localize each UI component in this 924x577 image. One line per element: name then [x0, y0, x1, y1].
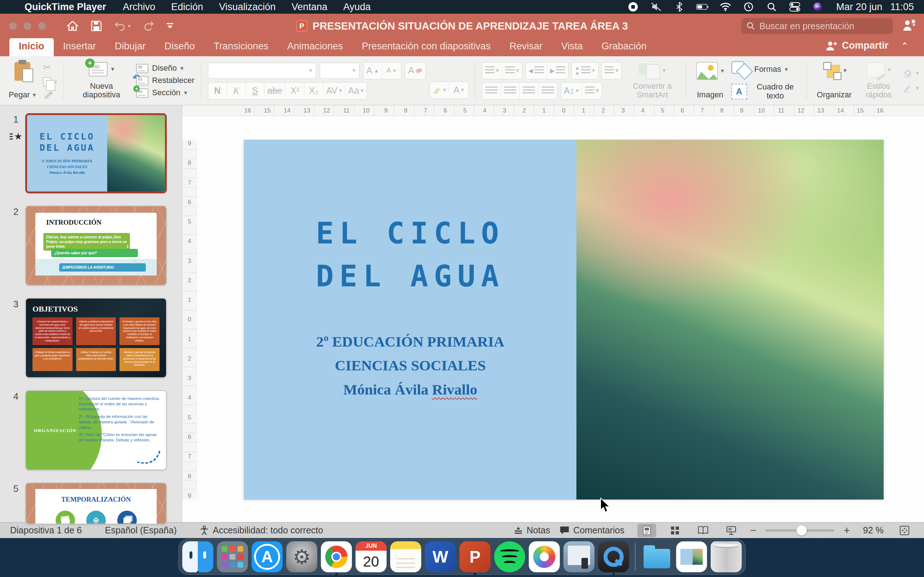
paste-button[interactable]: Pegar ▾ [5, 61, 39, 101]
slide-thumbnail-1[interactable]: EL CICLODEL AGUA 2º EDUCACIÓN PRIMARIA C… [25, 113, 167, 193]
share-contact-icon[interactable] [902, 19, 915, 33]
share-button[interactable]: Compartir ⌃ [825, 40, 908, 56]
zoom-slider-knob[interactable] [796, 525, 807, 535]
dock-powerpoint-icon[interactable]: P [459, 541, 491, 572]
search-box[interactable] [741, 18, 893, 34]
menubar-time[interactable]: 11:05 [890, 2, 914, 13]
zoom-slider[interactable] [766, 529, 834, 532]
screen-recording-stop-icon[interactable] [627, 2, 639, 12]
accessibility-status[interactable]: Accesibilidad: todo correcto [200, 525, 323, 535]
time-machine-icon[interactable] [743, 2, 755, 12]
menu-edicion[interactable]: Edición [171, 2, 203, 13]
tab-inicio[interactable]: Inicio [10, 37, 54, 56]
vertical-ruler[interactable]: 9876543210123456789 [182, 140, 197, 500]
text-highlight-button[interactable]: ▾ [430, 82, 449, 98]
align-text-button[interactable]: ▾ [582, 82, 602, 99]
menu-archivo[interactable]: Archivo [123, 2, 155, 13]
numbering-button[interactable]: ▾ [502, 62, 522, 79]
control-center-icon[interactable] [789, 2, 801, 12]
undo-dropdown-arrow-icon[interactable]: ▾ [128, 23, 131, 29]
zoom-level[interactable]: 92 % [863, 525, 884, 535]
tab-revisar[interactable]: Revisar [500, 37, 552, 56]
dock-calendar-icon[interactable]: JUN 20 [355, 541, 386, 572]
comments-button[interactable]: Comentarios [559, 525, 624, 535]
siri-icon[interactable] [812, 2, 824, 12]
tab-diseno[interactable]: Diseño [155, 37, 204, 56]
new-slide-button[interactable]: + ▾ Nueva diapositiva [70, 61, 133, 101]
horizontal-ruler[interactable]: 1615141312111098765432101234567891011121… [182, 105, 924, 116]
reset-button[interactable]: ↶ Restablecer [136, 76, 194, 85]
increase-font-size-button[interactable]: A▲ [363, 62, 382, 79]
search-input[interactable] [759, 21, 882, 31]
collapse-ribbon-icon[interactable]: ⌃ [901, 41, 908, 50]
tab-transiciones[interactable]: Transiciones [204, 37, 278, 56]
notes-button[interactable]: Notas [514, 525, 550, 535]
menu-ayuda[interactable]: Ayuda [343, 2, 371, 13]
slide-thumbnail-5[interactable]: TEMPORALIZACIÓN ⊕ [25, 482, 167, 524]
fit-to-window-button[interactable] [895, 524, 914, 537]
normal-view-button[interactable] [637, 524, 656, 537]
dock-preview-icon[interactable] [564, 541, 594, 572]
subscript-button[interactable]: X₂ [304, 82, 323, 99]
cut-button[interactable]: ✂ [43, 62, 57, 73]
slide-canvas-area[interactable]: 1615141312111098765432101234567891011121… [182, 105, 924, 522]
quick-styles-button[interactable]: ▾ Estilos rápidos [859, 61, 898, 101]
copy-button[interactable]: ▾ [43, 77, 57, 87]
convert-smartart-button[interactable]: ▾ Convertir a SmartArt [625, 61, 679, 101]
font-size-combo[interactable]: ▾ [320, 63, 360, 79]
slide-text-panel[interactable]: EL CICLODEL AGUA 2º EDUCACIÓN PRIMARIA C… [244, 140, 577, 500]
slide-counter[interactable]: Diapositiva 1 de 6 [10, 525, 82, 535]
underline-button[interactable]: S [246, 82, 265, 99]
slide-thumbnail-3[interactable]: OBJETIVOS •Conocer las características y… [25, 298, 167, 378]
insert-image-button[interactable]: ▾ Imagen [693, 61, 728, 101]
align-right-button[interactable] [520, 82, 538, 99]
menubar-date[interactable]: Mar 20 jun [836, 2, 882, 13]
minimize-window-button[interactable] [23, 22, 32, 30]
change-case-button[interactable]: Aa▾ [346, 82, 367, 99]
undo-icon[interactable]: ▾ [114, 21, 131, 31]
strikethrough-button[interactable]: abe [265, 82, 286, 99]
dock-chrome-icon[interactable] [321, 541, 352, 572]
tab-grabacion[interactable]: Grabación [592, 37, 656, 56]
align-left-button[interactable] [482, 82, 501, 99]
shape-outline-button[interactable]: ▾ [902, 84, 919, 93]
superscript-button[interactable]: X² [286, 82, 304, 99]
font-name-combo[interactable]: ▾ [208, 63, 316, 79]
menubar-app-name[interactable]: QuickTime Player [24, 2, 106, 13]
dock-launchpad-icon[interactable] [217, 541, 248, 572]
toolbar-overflow-icon[interactable] [166, 23, 174, 29]
battery-icon[interactable] [696, 2, 709, 12]
slide-thumbnail-4[interactable]: ORGANIZACIÓN 1º.- Lectura del cuento de … [25, 390, 167, 470]
zoom-in-button[interactable]: + [843, 524, 850, 537]
dock-quicktime-icon[interactable] [598, 541, 629, 572]
section-dropdown-arrow-icon[interactable]: ▾ [184, 89, 187, 97]
paste-dropdown-arrow-icon[interactable]: ▾ [33, 91, 36, 99]
format-painter-button[interactable] [43, 91, 57, 100]
slide-thumbnail-panel[interactable]: 1 ★ EL CICLODEL AGUA 2º EDUCACIÓN PRIMAR… [0, 105, 182, 522]
layout-button[interactable]: Diseño ▾ [136, 64, 194, 73]
volume-muted-icon[interactable] [650, 2, 662, 12]
arrange-button[interactable]: ▾ Organizar [813, 61, 855, 101]
tab-animaciones[interactable]: Animaciones [278, 37, 353, 56]
redo-icon[interactable] [143, 21, 154, 31]
text-direction-button[interactable]: A↕▾ [561, 82, 582, 99]
tab-insertar[interactable]: Insertar [54, 37, 106, 56]
reading-view-button[interactable] [694, 524, 712, 537]
close-window-button[interactable] [9, 22, 17, 30]
dock-system-settings-icon[interactable]: ⚙ [286, 541, 317, 572]
line-spacing-button[interactable]: ▲▼▾ [572, 62, 598, 79]
italic-button[interactable]: K [227, 82, 246, 99]
slide-sorter-view-button[interactable] [666, 524, 684, 537]
textbox-button[interactable]: A Cuadro de texto [731, 82, 800, 100]
columns-button[interactable]: ▾ [602, 62, 622, 79]
language-indicator[interactable]: Español (España) [105, 525, 177, 535]
zoom-window-button[interactable] [37, 22, 46, 30]
justify-button[interactable] [538, 82, 557, 99]
slideshow-view-button[interactable] [722, 524, 741, 537]
menu-ventana[interactable]: Ventana [292, 2, 327, 13]
dock-app-store-icon[interactable] [252, 541, 283, 572]
increase-indent-button[interactable]: ▸ [547, 62, 569, 79]
shapes-button[interactable]: Formas ▾ [731, 61, 800, 77]
tab-presentacion[interactable]: Presentación con diapositivas [352, 37, 500, 56]
slide-title[interactable]: EL CICLODEL AGUA [316, 212, 505, 298]
